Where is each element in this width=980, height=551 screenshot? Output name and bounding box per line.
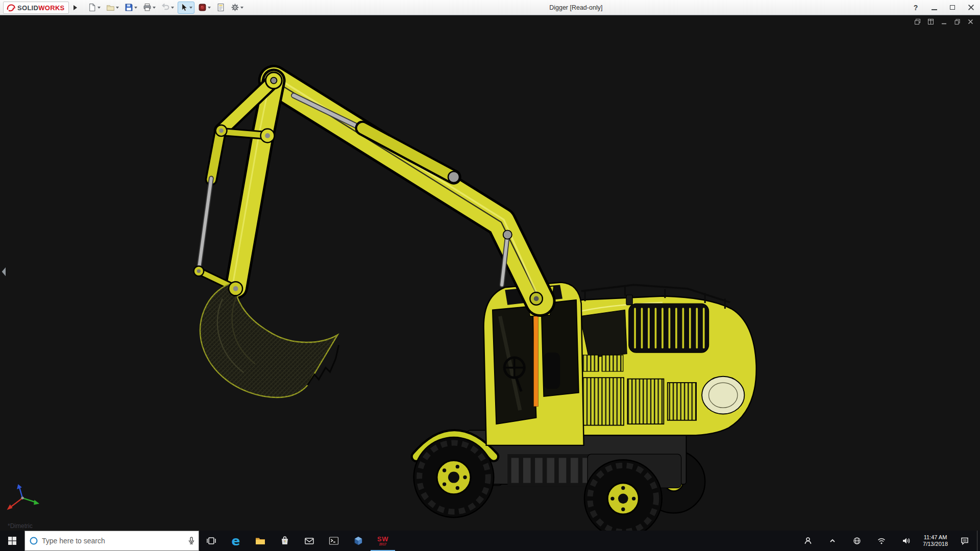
windows-logo-icon	[8, 536, 17, 545]
chevron-up-icon	[828, 536, 837, 545]
cascade-windows-icon[interactable]	[914, 18, 921, 25]
options-button[interactable]	[229, 2, 246, 14]
save-button[interactable]	[122, 2, 139, 14]
dropdown-caret-icon	[240, 7, 243, 9]
solidworks-menu-button[interactable]: SOLIDWORKS	[3, 2, 69, 14]
maximize-icon	[950, 5, 955, 10]
excavator-model[interactable]	[194, 72, 756, 531]
composer-button[interactable]	[346, 531, 371, 551]
window-controls: ?	[906, 0, 980, 15]
globe-network-icon	[852, 536, 862, 545]
edge-button[interactable]: e	[224, 531, 248, 551]
x-axis-arrow	[7, 504, 12, 510]
document-window-controls	[914, 18, 974, 25]
network-button[interactable]	[845, 531, 869, 551]
rebuild-icon	[198, 3, 207, 12]
volume-button[interactable]	[894, 531, 918, 551]
close-icon	[968, 4, 974, 11]
boom-cylinder[interactable]	[294, 95, 454, 177]
file-properties-button[interactable]	[214, 2, 227, 14]
undo-icon	[161, 3, 170, 12]
show-hidden-icons-button[interactable]	[820, 531, 845, 551]
flyout-triangle-icon	[74, 5, 77, 10]
menu-flyout-arrow[interactable]	[69, 0, 82, 15]
clock-time: 11:47 AM	[924, 534, 947, 541]
edge-icon: e	[232, 535, 240, 547]
new-document-icon	[88, 3, 96, 12]
reference-triad[interactable]	[7, 484, 39, 510]
mail-icon	[303, 535, 315, 547]
microphone-icon[interactable]	[187, 536, 195, 545]
close-document-icon[interactable]	[967, 18, 974, 25]
start-button[interactable]	[0, 531, 24, 551]
dropdown-caret-icon	[97, 7, 101, 9]
taskbar-clock[interactable]: 11:47 AM 7/13/2018	[918, 531, 952, 551]
open-button[interactable]	[104, 2, 121, 14]
rebuild-button[interactable]	[196, 2, 213, 14]
cortana-icon	[29, 536, 38, 545]
bucket[interactable]	[200, 284, 338, 397]
taskbar: e	[0, 531, 980, 551]
action-center-icon	[960, 536, 970, 546]
taskbar-search[interactable]	[24, 531, 199, 551]
clock-date: 7/13/2018	[923, 541, 948, 547]
y-axis-arrow	[34, 500, 39, 505]
select-button[interactable]	[178, 2, 194, 14]
wifi-icon	[877, 536, 886, 545]
help-button[interactable]: ?	[906, 0, 925, 15]
solidworks-app-icon: SW 2017	[377, 536, 388, 546]
command-prompt-button[interactable]	[322, 531, 346, 551]
dropdown-caret-icon	[116, 7, 119, 9]
wifi-button[interactable]	[869, 531, 894, 551]
dropdown-caret-icon	[134, 7, 137, 9]
undo-button[interactable]	[159, 2, 176, 14]
store-button[interactable]	[273, 531, 297, 551]
view-orientation-label: *Dimetric	[8, 522, 33, 530]
people-icon	[803, 536, 813, 545]
solidworks-2017-button[interactable]: SW 2017	[371, 531, 395, 551]
search-input[interactable]	[42, 537, 187, 545]
graphics-area[interactable]: *Dimetric	[0, 15, 980, 531]
3d-model-canvas[interactable]	[0, 15, 980, 531]
tile-windows-icon[interactable]	[927, 18, 934, 25]
open-folder-icon	[106, 3, 115, 12]
action-center-button[interactable]	[952, 531, 977, 551]
dropdown-caret-icon	[153, 7, 156, 9]
task-view-icon	[205, 535, 217, 547]
brand-solid-text: SOLID	[17, 4, 38, 12]
print-icon	[143, 3, 152, 12]
minimize-button[interactable]	[925, 0, 943, 15]
terminal-icon	[328, 535, 340, 547]
minimize-icon	[932, 9, 937, 10]
file-properties-icon	[216, 3, 225, 12]
print-button[interactable]	[141, 2, 158, 14]
new-document-button[interactable]	[86, 2, 103, 14]
dassault-systemes-logo-icon	[6, 4, 16, 12]
quick-access-toolbar	[86, 2, 246, 14]
system-tray: 11:47 AM 7/13/2018	[796, 531, 980, 551]
close-button[interactable]	[962, 0, 980, 15]
save-icon	[125, 3, 133, 12]
maximize-button[interactable]	[943, 0, 962, 15]
mail-button[interactable]	[297, 531, 322, 551]
panel-collapse-arrow[interactable]	[2, 267, 6, 276]
people-button[interactable]	[796, 531, 820, 551]
cab-stripe	[534, 308, 538, 407]
minimize-document-icon[interactable]	[941, 18, 947, 25]
store-bag-icon	[279, 535, 291, 547]
titlebar: SOLIDWORKS	[0, 0, 980, 15]
brand-works-text: WORKS	[38, 4, 64, 12]
restore-document-icon[interactable]	[954, 18, 961, 25]
task-view-button[interactable]	[199, 531, 224, 551]
dropdown-caret-icon	[171, 7, 174, 9]
boom-arm[interactable]	[199, 77, 554, 316]
show-desktop-button[interactable]	[977, 531, 980, 551]
window-title: Digger [Read-only]	[246, 4, 906, 11]
folder-icon	[254, 535, 266, 547]
dropdown-caret-icon	[208, 7, 211, 9]
solidworks-window: SOLIDWORKS	[0, 0, 980, 551]
cube-icon	[352, 535, 364, 547]
file-explorer-button[interactable]	[248, 531, 273, 551]
dropdown-caret-icon	[189, 7, 192, 9]
speaker-icon	[901, 536, 911, 545]
